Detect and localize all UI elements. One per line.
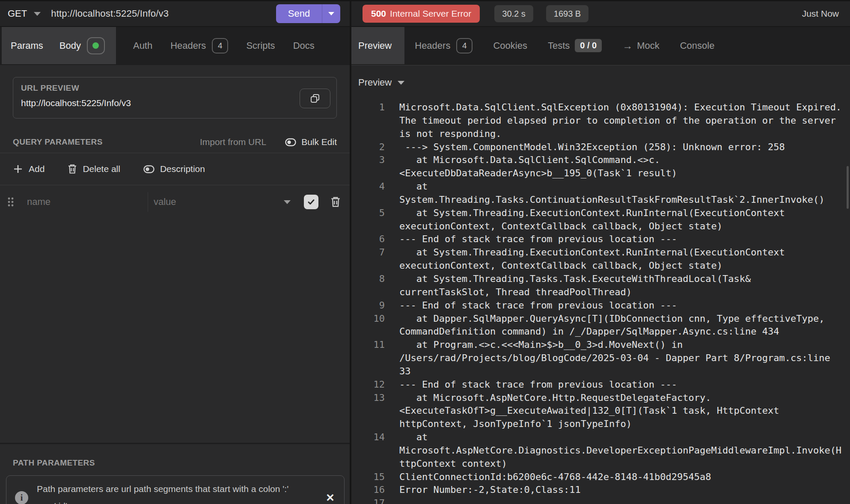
code-line: 4 at System.Threading.Tasks.Continuation… — [351, 180, 850, 207]
request-url-input[interactable]: http://localhost:5225/Info/v3 — [51, 8, 169, 19]
param-row — [0, 185, 350, 219]
tab-label: Headers — [415, 40, 450, 51]
response-tab-bar: PreviewHeaders4CookiesTests0 / 0→MockCon… — [351, 27, 850, 64]
drag-handle-icon[interactable] — [7, 195, 15, 209]
count-badge: 4 — [212, 38, 228, 53]
description-toggle[interactable]: Description — [143, 164, 205, 174]
tests-count-badge: 0 / 0 — [575, 39, 602, 52]
request-tab-auth[interactable]: Auth — [133, 40, 152, 51]
response-timestamp[interactable]: Just Now — [802, 9, 839, 19]
query-parameters-title: QUERY PARAMETERS — [13, 137, 103, 147]
param-options-caret[interactable] — [281, 200, 294, 204]
info-icon: i — [15, 491, 28, 504]
count-badge: 4 — [456, 38, 473, 53]
request-tab-body[interactable]: Body — [59, 37, 105, 54]
method-caret-icon[interactable] — [34, 12, 41, 16]
pane-splitter[interactable] — [0, 443, 350, 444]
param-value-input[interactable] — [148, 191, 276, 213]
response-preview-pane: Preview 1Microsoft.Data.SqlClient.SqlExc… — [351, 65, 850, 504]
import-from-url-button[interactable]: Import from URL — [200, 137, 266, 147]
request-tab-params[interactable]: Params — [11, 40, 43, 51]
code-line: 10 at Dapper.SqlMapper.QueryAsync[T](IDb… — [351, 312, 850, 339]
code-line: 14 at Microsoft.AspNetCore.Diagnostics.D… — [351, 431, 850, 471]
response-tab-headers[interactable]: Headers4 — [404, 27, 483, 64]
query-parameters-header: QUERY PARAMETERS Import from URL Bulk Ed… — [13, 131, 337, 153]
line-number: 8 — [351, 273, 389, 299]
copy-icon — [310, 93, 320, 104]
bulk-edit-toggle[interactable]: Bulk Edit — [285, 137, 337, 147]
scrollbar-thumb[interactable] — [847, 166, 849, 209]
code-line: 11 at Program.<>c.<<<Main>$>b__0_3>d.Mov… — [351, 338, 850, 378]
check-icon — [307, 198, 315, 206]
line-content: ClientConnectionId:b6200e6c-4768-442e-81… — [399, 471, 711, 484]
request-active-tab-group: ParamsBody — [2, 27, 116, 64]
chevron-down-icon — [284, 200, 291, 204]
param-name-input[interactable] — [21, 191, 148, 213]
code-line: 9--- End of stack trace from previous lo… — [351, 299, 850, 312]
panel-splitter[interactable] — [350, 0, 351, 504]
size-badge: 1693 B — [546, 5, 588, 22]
line-number: 1 — [351, 101, 389, 141]
arrow-right-icon: → — [622, 40, 633, 52]
response-tab-mock[interactable]: →Mock — [612, 27, 670, 64]
line-content: at Program.<>c.<<<Main>$>b__0_3>d.MoveNe… — [399, 338, 830, 378]
preview-mode-select[interactable]: Preview — [351, 65, 446, 100]
line-content: at Microsoft.AspNetCore.Diagnostics.Deve… — [399, 431, 841, 471]
request-tab-bar: ParamsBody AuthHeaders4ScriptsDocs — [0, 27, 350, 64]
add-param-button[interactable]: Add — [13, 164, 45, 174]
line-number: 14 — [351, 431, 389, 471]
close-banner-button[interactable]: ✕ — [326, 492, 335, 504]
url-preview-title: URL PREVIEW — [21, 83, 336, 93]
api-client-window: GET http://localhost:5225/Info/v3 Send P… — [0, 0, 850, 504]
request-url-bar: GET http://localhost:5225/Info/v3 Send — [0, 1, 350, 27]
toggle-icon — [285, 138, 296, 146]
method-label[interactable]: GET — [8, 8, 27, 19]
tab-label: Console — [680, 40, 715, 51]
response-tab-console[interactable]: Console — [670, 27, 725, 64]
line-content — [399, 497, 405, 504]
line-number: 2 — [351, 141, 389, 154]
tab-label: Mock — [637, 40, 660, 51]
response-tab-preview[interactable]: Preview — [351, 27, 404, 64]
request-tab-headers[interactable]: Headers4 — [170, 38, 228, 53]
line-content: --- End of stack trace from previous loc… — [399, 299, 677, 312]
response-status-bar: 500 Internal Server Error 30.2 s 1693 B … — [351, 1, 850, 27]
request-tab-scripts[interactable]: Scripts — [246, 40, 275, 51]
line-content: --- End of stack trace from previous loc… — [399, 233, 677, 246]
line-number: 5 — [351, 207, 389, 233]
toggle-icon — [143, 165, 155, 173]
line-number: 7 — [351, 246, 389, 273]
response-tab-tests[interactable]: Tests0 / 0 — [538, 27, 612, 64]
param-enabled-checkbox[interactable] — [304, 195, 318, 209]
path-parameters-header: PATH PARAMETERS — [13, 453, 95, 473]
line-number: 10 — [351, 312, 389, 339]
code-line: 17 — [351, 497, 850, 504]
request-tab-docs[interactable]: Docs — [293, 40, 315, 51]
send-options-button[interactable] — [322, 12, 340, 15]
trash-icon — [68, 164, 77, 174]
line-number: 12 — [351, 378, 389, 391]
url-preview-box: URL PREVIEW http://localhost:5225/Info/v… — [13, 77, 337, 119]
line-number: 3 — [351, 154, 389, 180]
response-body-code[interactable]: 1Microsoft.Data.SqlClient.SqlException (… — [351, 100, 850, 504]
chevron-down-icon — [328, 12, 334, 15]
query-parameters-toolbar: Add Delete all Description — [0, 153, 350, 185]
response-tab-cookies[interactable]: Cookies — [483, 27, 537, 64]
delete-all-button[interactable]: Delete all — [68, 164, 120, 174]
line-content: --- End of stack trace from previous loc… — [399, 378, 677, 391]
tab-label: Scripts — [246, 40, 275, 51]
code-line: 16Error Number:-2,State:0,Class:11 — [351, 483, 850, 497]
line-number: 9 — [351, 299, 389, 312]
line-content: ---> System.ComponentModel.Win32Exceptio… — [399, 141, 785, 154]
line-content: at Dapper.SqlMapper.QueryAsync[T](IDbCon… — [399, 312, 824, 339]
request-panel: GET http://localhost:5225/Info/v3 Send P… — [0, 1, 350, 504]
copy-url-button[interactable] — [300, 89, 330, 108]
line-content: at System.Threading.ExecutionContext.Run… — [399, 207, 785, 233]
tab-label: Headers — [170, 40, 206, 51]
line-content: at System.Threading.ExecutionContext.Run… — [399, 246, 785, 273]
green-dot-icon — [92, 42, 99, 49]
delete-param-button[interactable] — [330, 196, 341, 208]
code-line: 5 at System.Threading.ExecutionContext.R… — [351, 207, 850, 233]
send-button[interactable]: Send — [276, 4, 340, 23]
tab-label: Body — [59, 40, 81, 51]
